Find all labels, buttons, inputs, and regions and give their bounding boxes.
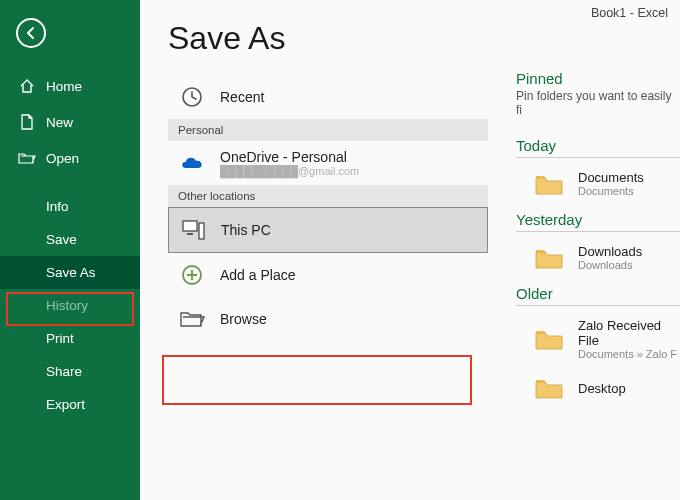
- window-title: Book1 - Excel: [140, 0, 680, 20]
- add-place-icon: [178, 261, 206, 289]
- section-header-other: Other locations: [168, 185, 488, 207]
- location-label: OneDrive - Personal: [220, 149, 359, 165]
- location-onedrive[interactable]: OneDrive - Personal ██████████@gmail.com: [168, 141, 488, 185]
- sidebar-item-print[interactable]: Print: [0, 322, 140, 355]
- folder-path: Documents » Zalo F: [578, 348, 680, 360]
- sidebar-item-new[interactable]: New: [0, 104, 140, 140]
- location-label: Add a Place: [220, 267, 296, 283]
- sidebar-item-label: Home: [46, 79, 82, 94]
- svg-rect-2: [199, 223, 204, 239]
- folder-zalo[interactable]: Zalo Received File Documents » Zalo F: [516, 310, 680, 368]
- arrow-left-icon: [24, 26, 38, 40]
- location-add-place[interactable]: Add a Place: [168, 253, 488, 297]
- folder-icon: [534, 246, 564, 270]
- sidebar-item-label: Export: [46, 397, 85, 412]
- sidebar-item-save[interactable]: Save: [0, 223, 140, 256]
- open-folder-icon: [18, 149, 36, 167]
- pinned-header: Pinned: [516, 70, 680, 87]
- sidebar-item-label: Save As: [46, 265, 96, 280]
- folder-path: Documents: [578, 185, 644, 197]
- folder-documents[interactable]: Documents Documents: [516, 162, 680, 205]
- folder-icon: [534, 376, 564, 400]
- sidebar-item-label: Print: [46, 331, 74, 346]
- page-title: Save As: [168, 20, 488, 57]
- group-yesterday: Yesterday: [516, 211, 680, 232]
- folder-name: Zalo Received File: [578, 318, 680, 348]
- location-this-pc[interactable]: This PC: [168, 207, 488, 253]
- onedrive-icon: [178, 149, 206, 177]
- folder-name: Desktop: [578, 381, 626, 396]
- new-file-icon: [18, 113, 36, 131]
- location-sublabel: ██████████@gmail.com: [220, 165, 359, 177]
- folder-path: Downloads: [578, 259, 642, 271]
- recent-folders-column: Pinned Pin folders you want to easily fi…: [488, 20, 680, 500]
- save-locations-column: Save As Recent Personal OneDrive - Perso…: [168, 20, 488, 500]
- sidebar-item-save-as[interactable]: Save As: [0, 256, 140, 289]
- svg-rect-1: [183, 221, 197, 231]
- sidebar-item-label: Share: [46, 364, 82, 379]
- this-pc-icon: [179, 216, 207, 244]
- backstage-sidebar: Home New Open Info Save Save As History …: [0, 0, 140, 500]
- sidebar-item-share[interactable]: Share: [0, 355, 140, 388]
- location-label: This PC: [221, 222, 271, 238]
- back-button[interactable]: [16, 18, 46, 48]
- main-panel: Book1 - Excel Save As Recent Personal On…: [140, 0, 680, 500]
- sidebar-item-info[interactable]: Info: [0, 190, 140, 223]
- folder-icon: [534, 327, 564, 351]
- folder-icon: [534, 172, 564, 196]
- folder-name: Documents: [578, 170, 644, 185]
- sidebar-item-label: Info: [46, 199, 69, 214]
- location-label: Recent: [220, 89, 264, 105]
- location-browse[interactable]: Browse: [168, 297, 488, 341]
- folder-downloads[interactable]: Downloads Downloads: [516, 236, 680, 279]
- sidebar-item-open[interactable]: Open: [0, 140, 140, 176]
- sidebar-item-label: New: [46, 115, 73, 130]
- sidebar-item-label: History: [46, 298, 88, 313]
- pinned-description: Pin folders you want to easily fi: [516, 89, 680, 117]
- location-recent[interactable]: Recent: [168, 75, 488, 119]
- svg-rect-3: [187, 233, 193, 235]
- group-today: Today: [516, 137, 680, 158]
- group-older: Older: [516, 285, 680, 306]
- section-header-personal: Personal: [168, 119, 488, 141]
- location-label: Browse: [220, 311, 267, 327]
- folder-desktop[interactable]: Desktop: [516, 368, 680, 408]
- browse-folder-icon: [178, 305, 206, 333]
- sidebar-item-home[interactable]: Home: [0, 68, 140, 104]
- sidebar-item-label: Save: [46, 232, 77, 247]
- home-icon: [18, 77, 36, 95]
- folder-name: Downloads: [578, 244, 642, 259]
- sidebar-item-label: Open: [46, 151, 79, 166]
- sidebar-item-history[interactable]: History: [0, 289, 140, 322]
- sidebar-item-export[interactable]: Export: [0, 388, 140, 421]
- clock-icon: [178, 83, 206, 111]
